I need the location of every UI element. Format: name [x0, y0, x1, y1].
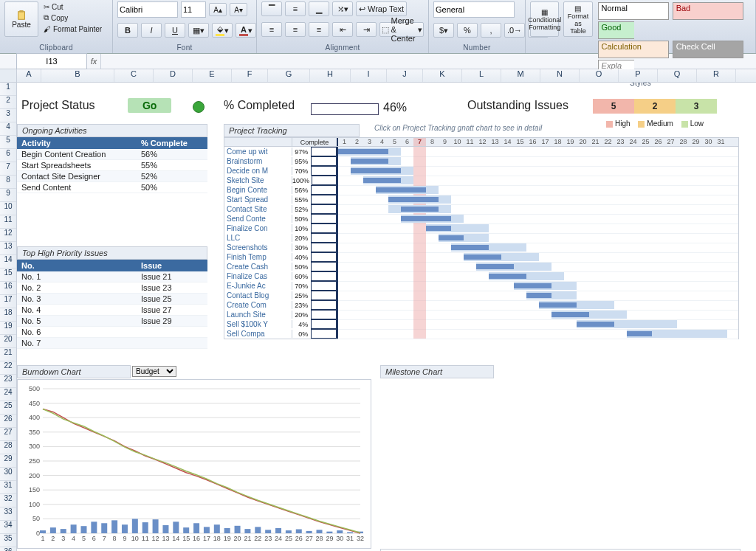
gantt-row[interactable]: Decide on M 70%	[224, 166, 738, 176]
row-header[interactable]: 28	[0, 441, 16, 454]
gantt-row[interactable]: Screenshots 30%	[224, 243, 738, 252]
underline-button[interactable]: U	[165, 23, 185, 38]
row-header[interactable]: 26	[0, 415, 16, 428]
table-row[interactable]: No. 6	[17, 327, 207, 338]
gantt-row[interactable]: E-Junkie Ac 70%	[224, 281, 738, 291]
row-header[interactable]: 18	[0, 308, 16, 322]
gantt-row[interactable]: Sketch Site 100%	[224, 176, 738, 185]
style-bad[interactable]: Bad	[673, 2, 743, 20]
col-header[interactable]: O	[580, 69, 619, 82]
col-header[interactable]: R	[697, 69, 736, 82]
comma-format-button[interactable]: ,	[481, 23, 501, 38]
row-header[interactable]: 4	[0, 122, 16, 136]
gantt-row[interactable]: Create Cash 50%	[224, 262, 738, 271]
col-header[interactable]: M	[501, 69, 540, 82]
fill-color-button[interactable]: ⬙▾	[212, 23, 233, 38]
table-row[interactable]: Begin Content Creation56%	[17, 149, 207, 160]
border-button[interactable]: ▦▾	[188, 23, 209, 38]
row-header[interactable]: 7	[0, 162, 16, 176]
col-header[interactable]: Q	[658, 69, 697, 82]
gantt-row[interactable]: Create Com 23%	[224, 300, 738, 310]
col-header[interactable]: J	[387, 69, 423, 82]
italic-button[interactable]: I	[141, 23, 162, 38]
format-as-table-button[interactable]: ▤Format as Table	[563, 1, 592, 37]
row-header[interactable]: 29	[0, 454, 16, 468]
gantt-row[interactable]: Finalize Con 10%	[224, 223, 738, 233]
gantt-row[interactable]: Sell $100k Y 4%	[224, 319, 738, 329]
row-header[interactable]: 22	[0, 361, 16, 375]
decrease-indent-button[interactable]: ⇤	[332, 22, 353, 37]
col-header[interactable]: D	[154, 69, 193, 82]
conditional-formatting-button[interactable]: ▦Conditional Formatting	[530, 1, 559, 37]
gantt-row[interactable]: Begin Conte 56%	[224, 185, 738, 195]
row-header[interactable]: 17	[0, 295, 16, 308]
gantt-row[interactable]: LLC 20%	[224, 233, 738, 243]
row-header[interactable]: 1	[0, 83, 16, 96]
align-right-button[interactable]: ≡	[309, 22, 329, 37]
percent-format-button[interactable]: %	[457, 23, 478, 38]
gantt-row[interactable]: Brainstorm 95%	[224, 156, 738, 166]
name-box[interactable]	[16, 53, 87, 69]
increase-decimal-button[interactable]: .0→	[504, 23, 525, 38]
row-header[interactable]: 33	[0, 507, 16, 521]
col-header[interactable]: B	[41, 69, 114, 82]
col-header[interactable]: K	[423, 69, 462, 82]
gantt-row[interactable]: Sell Compa 0%	[224, 329, 738, 339]
row-header[interactable]: 36	[0, 547, 16, 551]
align-top-button[interactable]: ▔	[261, 1, 282, 16]
col-header[interactable]: E	[193, 69, 232, 82]
row-header[interactable]: 5	[0, 136, 16, 149]
col-header[interactable]: C	[114, 69, 154, 82]
col-header[interactable]: I	[351, 69, 387, 82]
row-header[interactable]: 27	[0, 428, 16, 441]
table-row[interactable]: No. 7	[17, 338, 207, 349]
row-header[interactable]: 32	[0, 494, 16, 507]
table-row[interactable]: No. 3Issue 25	[17, 294, 207, 305]
style-check-cell[interactable]: Check Cell	[673, 41, 743, 58]
bold-button[interactable]: B	[117, 23, 138, 38]
col-header[interactable]: F	[232, 69, 268, 82]
gantt-row[interactable]: Launch Site 20%	[224, 310, 738, 319]
table-row[interactable]: Contact Site Designer52%	[17, 171, 207, 182]
row-header[interactable]: 3	[0, 109, 16, 122]
row-header[interactable]: 16	[0, 282, 16, 295]
gantt-row[interactable]: Come up wit 97%	[224, 147, 738, 156]
row-header[interactable]: 6	[0, 149, 16, 162]
gantt-row[interactable]: Send Conte 50%	[224, 214, 738, 223]
select-all-corner[interactable]	[0, 69, 17, 82]
table-row[interactable]: No. 5Issue 29	[17, 316, 207, 327]
row-header[interactable]: 12	[0, 229, 16, 242]
row-header[interactable]: 31	[0, 481, 16, 494]
gantt-row[interactable]: Finalize Cas 60%	[224, 271, 738, 281]
increase-font-button[interactable]: A▴	[209, 3, 227, 16]
row-header[interactable]: 14	[0, 255, 16, 268]
row-header[interactable]: 23	[0, 375, 16, 388]
row-header[interactable]: 9	[0, 189, 16, 202]
merge-center-button[interactable]: ⬚Merge & Center▾	[379, 22, 424, 37]
row-header[interactable]: 21	[0, 348, 16, 361]
copy-button[interactable]: ⧉Copy	[41, 13, 104, 23]
style-normal[interactable]: Normal	[598, 2, 669, 20]
table-row[interactable]: Send Content50%	[17, 182, 207, 193]
increase-indent-button[interactable]: ⇥	[356, 22, 377, 37]
row-header[interactable]: 11	[0, 215, 16, 229]
gantt-row[interactable]: Contact Site 52%	[224, 204, 738, 214]
align-center-button[interactable]: ≡	[285, 22, 306, 37]
table-row[interactable]: No. 1Issue 21	[17, 271, 207, 283]
decrease-font-button[interactable]: A▾	[230, 3, 247, 16]
row-header[interactable]: 20	[0, 335, 16, 348]
cut-button[interactable]: ✂Cut	[41, 1, 104, 12]
align-bottom-button[interactable]: ▁	[309, 1, 329, 16]
row-header[interactable]: 2	[0, 96, 16, 109]
burndown-select[interactable]: Budget	[132, 366, 176, 377]
orientation-button[interactable]: ⤭▾	[332, 1, 353, 16]
table-row[interactable]: Start Spreadsheets55%	[17, 160, 207, 171]
row-header[interactable]: 25	[0, 401, 16, 415]
paste-button[interactable]: Paste	[4, 1, 38, 37]
col-header[interactable]: G	[268, 69, 310, 82]
row-header[interactable]: 10	[0, 202, 16, 215]
accounting-format-button[interactable]: $▾	[433, 23, 454, 38]
gantt-chart[interactable]: Complete 1234567891011121314151617181920…	[224, 137, 739, 339]
style-calculation[interactable]: Calculation	[598, 41, 669, 58]
font-size-select[interactable]	[181, 1, 206, 18]
